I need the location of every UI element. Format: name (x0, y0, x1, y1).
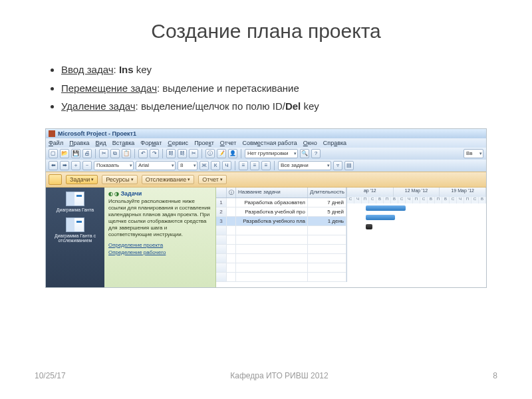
help-title: Задачи (108, 190, 211, 197)
titlebar: Microsoft Project - Проект1 (46, 129, 486, 138)
search-right[interactable]: Вв (464, 149, 483, 158)
paste-icon[interactable]: 📋 (122, 149, 131, 158)
menubar: Файл Правка Вид Вставка Формат Сервис Пр… (46, 138, 486, 148)
app-screenshot: Microsoft Project - Проект1 Файл Правка … (45, 128, 487, 288)
col-info[interactable]: ⓘ (227, 188, 236, 198)
bullets: Ввод задач: Ins key Перемещение задач: в… (0, 61, 532, 128)
outdent-icon[interactable]: ⬅ (49, 161, 58, 170)
gantt-week: 12 Мар '12 (394, 188, 440, 197)
print-icon[interactable]: 🖨 (82, 149, 92, 158)
menu-report[interactable]: Отчет (220, 140, 237, 146)
gantt-days: СЧПСВ ПВСЧПСВ ПВСЧПСВ (347, 197, 486, 203)
cut-icon[interactable]: ✂ (99, 149, 108, 158)
align-l-icon[interactable]: ≡ (239, 161, 248, 170)
table-row-selected[interactable]: 3 Разработка учебного пла 1 день (216, 217, 346, 226)
col-name[interactable]: Название задачи (236, 188, 308, 198)
menu-format[interactable]: Формат (140, 140, 162, 146)
gantt-bar-selected[interactable] (366, 224, 372, 229)
help-icon[interactable]: ? (311, 149, 321, 158)
align-c-icon[interactable]: ≡ (250, 161, 259, 170)
font-combo[interactable]: Arial (136, 161, 176, 170)
menu-project[interactable]: Проект (194, 140, 214, 146)
italic-btn[interactable]: К (211, 161, 220, 170)
table-row[interactable] (216, 273, 346, 282)
menu-view[interactable]: Вид (96, 140, 106, 146)
view-bar: Диаграмма Ганта Диаграмма Ганта с отслеж… (46, 188, 104, 287)
ribbon-tasks[interactable]: Задачи ▾ (66, 175, 98, 184)
msproject-icon (49, 130, 55, 137)
window-title: Microsoft Project - Проект1 (58, 130, 136, 137)
group-combo[interactable]: Нет группировки (245, 149, 298, 158)
filter-combo[interactable]: Все задачи (278, 161, 331, 170)
slide-footer: 10/25/17 Кафедра ИТО РИВШ 2012 8 (0, 371, 532, 380)
indent-icon[interactable]: ➡ (60, 161, 69, 170)
notes-icon[interactable]: 📝 (217, 149, 226, 158)
menu-insert[interactable]: Вставка (112, 140, 134, 146)
menu-tools[interactable]: Сервис (168, 140, 188, 146)
toolbar-1: ▢ 📂 💾 🖨 ✂ ⧉ 📋 ↶ ↷ ⛓ ⛓ ✂ ⓘ 📝 👤 Нет группи… (46, 148, 486, 160)
underline-btn[interactable]: Ч (222, 161, 231, 170)
bullet-3: Удаление задач: выделение/щелчок по полю… (61, 98, 484, 115)
plus-icon[interactable]: ＋ (71, 161, 80, 170)
content: Диаграмма Ганта Диаграмма Ганта с отслеж… (46, 188, 486, 287)
fontsize-combo[interactable]: 8 (178, 161, 198, 170)
open-icon[interactable]: 📂 (60, 149, 69, 158)
slide-title: Создание плана проекта (0, 0, 532, 61)
gantt-bar[interactable] (366, 205, 406, 211)
menu-help[interactable]: Справка (323, 140, 346, 146)
bold-btn[interactable]: Ж (200, 161, 209, 170)
task-table: ⓘ Название задачи Длительность 1 Разрабо… (216, 188, 486, 287)
help-panel: Задачи Используйте расположенные ниже сс… (104, 188, 216, 287)
table-row[interactable] (216, 245, 346, 254)
group-icon[interactable]: ▤ (344, 161, 354, 170)
show-combo[interactable]: Показать (94, 161, 134, 170)
link-icon[interactable]: ⛓ (166, 149, 176, 158)
help-link-2[interactable]: Определение рабочего (108, 249, 211, 255)
ribbon: Задачи ▾ Ресурсы ▾ Отслеживание ▾ Отчет … (46, 172, 486, 188)
new-icon[interactable]: ▢ (49, 149, 58, 158)
table-row[interactable]: 1 Разработка образовател 7 дней (216, 198, 346, 207)
ribbon-report[interactable]: Отчет ▾ (198, 175, 227, 184)
help-link-1[interactable]: Определение проекта (108, 242, 211, 248)
unlink-icon[interactable]: ⛓ (178, 149, 187, 158)
ribbon-track[interactable]: Отслеживание ▾ (142, 175, 194, 184)
view-gantt[interactable]: Диаграмма Ганта (49, 192, 102, 212)
autofilter-icon[interactable]: ▿ (333, 161, 342, 170)
table-row[interactable] (216, 226, 346, 235)
ribbon-home-icon[interactable] (49, 174, 62, 185)
copy-icon[interactable]: ⧉ (110, 149, 120, 158)
footer-date: 10/25/17 (35, 371, 66, 380)
zoom-icon[interactable]: 🔍 (300, 149, 309, 158)
save-icon[interactable]: 💾 (71, 149, 80, 158)
footer-page: 8 (493, 371, 497, 380)
menu-collab[interactable]: Совместная работа (242, 140, 297, 146)
table-row[interactable]: 2 Разработка учебной про 5 дней (216, 207, 346, 217)
redo-icon[interactable]: ↷ (150, 149, 159, 158)
ribbon-resources[interactable]: Ресурсы ▾ (102, 175, 138, 184)
gantt-week: 19 Мар '12 (440, 188, 486, 197)
undo-icon[interactable]: ↶ (138, 149, 148, 158)
gantt-week: ар '12 (347, 188, 394, 197)
view-gantt-track[interactable]: Диаграмма Ганта с отслеживанием (49, 217, 102, 243)
toolbar-2: ⬅ ➡ ＋ － Показать Arial 8 Ж К Ч ≡ ≡ ≡ Все… (46, 160, 486, 172)
table-row[interactable] (216, 254, 346, 263)
menu-window[interactable]: Окно (303, 140, 317, 146)
table-row[interactable] (216, 263, 346, 273)
col-dur[interactable]: Длительность (308, 188, 346, 198)
bullet-2: Перемещение задач: выделение и перетаски… (61, 80, 484, 97)
minus-icon[interactable]: － (82, 161, 92, 170)
bullet-1: Ввод задач: Ins key (61, 61, 484, 78)
gantt-chart[interactable]: ар '12 12 Мар '12 19 Мар '12 СЧПСВ ПВСЧП… (346, 188, 486, 282)
footer-center: Кафедра ИТО РИВШ 2012 (230, 371, 328, 380)
table-row[interactable] (216, 235, 346, 245)
help-body: Используйте расположенные ниже ссылки дл… (108, 198, 211, 238)
split-icon[interactable]: ✂ (189, 149, 198, 158)
menu-edit[interactable]: Правка (69, 140, 89, 146)
assign-icon[interactable]: 👤 (228, 149, 237, 158)
menu-file[interactable]: Файл (49, 140, 63, 146)
gantt-bar[interactable] (366, 215, 395, 220)
info-icon[interactable]: ⓘ (205, 149, 215, 158)
align-r-icon[interactable]: ≡ (261, 161, 271, 170)
